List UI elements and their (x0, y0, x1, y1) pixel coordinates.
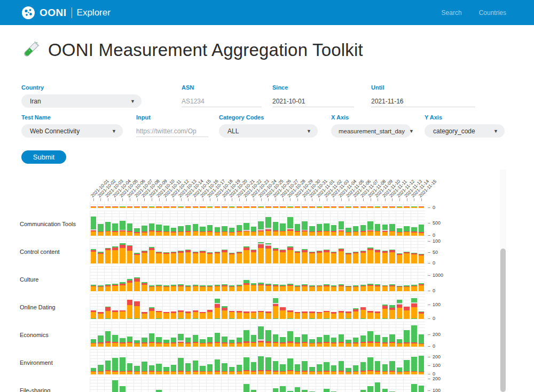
bar-segment[interactable] (382, 389, 388, 392)
bar-segment[interactable] (375, 231, 381, 232)
bar-segment[interactable] (91, 252, 97, 263)
bar-segment[interactable] (345, 368, 351, 371)
bar-segment[interactable] (345, 340, 351, 343)
bar-segment[interactable] (229, 228, 235, 232)
bar-segment[interactable] (112, 206, 118, 207)
bar-segment[interactable] (142, 312, 147, 313)
bar-segment[interactable] (127, 206, 133, 207)
bar-segment[interactable] (229, 253, 235, 254)
bar-segment[interactable] (163, 226, 169, 231)
bar-segment[interactable] (389, 343, 395, 347)
bar-segment[interactable] (302, 230, 308, 231)
bar-segment[interactable] (251, 250, 257, 251)
bar-segment[interactable] (222, 250, 227, 252)
bar-segment[interactable] (91, 285, 97, 286)
bar-segment[interactable] (397, 228, 403, 233)
bar-segment[interactable] (411, 298, 417, 302)
bar-segment[interactable] (112, 310, 118, 313)
bar-segment[interactable] (91, 206, 97, 207)
bar-segment[interactable] (295, 252, 301, 253)
bar-segment[interactable] (331, 287, 337, 291)
bar-segment[interactable] (112, 232, 118, 236)
bar-segment[interactable] (295, 313, 301, 319)
bar-segment[interactable] (229, 343, 235, 343)
bar-segment[interactable] (207, 285, 213, 286)
bar-segment[interactable] (193, 343, 199, 347)
bar-segment[interactable] (382, 251, 388, 252)
bar-segment[interactable] (244, 231, 249, 232)
bar-segment[interactable] (134, 366, 140, 371)
bar-segment[interactable] (367, 311, 373, 313)
bar-segment[interactable] (309, 311, 315, 313)
bar-segment[interactable] (251, 285, 257, 291)
bar-segment[interactable] (163, 254, 169, 263)
bar-segment[interactable] (331, 252, 337, 252)
bar-segment[interactable] (200, 286, 206, 287)
bar-segment[interactable] (178, 251, 184, 252)
bar-segment[interactable] (251, 343, 257, 347)
bar-segment[interactable] (134, 255, 140, 263)
bar-segment[interactable] (215, 227, 221, 231)
bar-segment[interactable] (156, 342, 162, 343)
bar-segment[interactable] (134, 282, 140, 291)
bar-segment[interactable] (382, 285, 388, 286)
bar-segment[interactable] (404, 360, 410, 371)
bar-segment[interactable] (324, 223, 329, 231)
bar-segment[interactable] (375, 250, 381, 252)
bar-segment[interactable] (120, 371, 125, 372)
bar-segment[interactable] (156, 286, 162, 286)
bar-segment[interactable] (98, 287, 104, 291)
bar-segment[interactable] (397, 372, 403, 372)
bar-segment[interactable] (367, 386, 373, 392)
bar-segment[interactable] (149, 223, 155, 230)
bar-segment[interactable] (273, 222, 279, 230)
bar-segment[interactable] (134, 278, 140, 282)
bar-segment[interactable] (105, 311, 111, 318)
bar-segment[interactable] (258, 311, 264, 313)
bar-segment[interactable] (302, 250, 308, 252)
bar-segment[interactable] (185, 225, 191, 231)
bar-segment[interactable] (105, 307, 111, 308)
bar-segment[interactable] (295, 286, 301, 287)
bar-segment[interactable] (339, 249, 344, 251)
bar-segment[interactable] (273, 306, 279, 318)
bar-segment[interactable] (156, 311, 162, 313)
bar-segment[interactable] (273, 298, 279, 303)
bar-segment[interactable] (367, 230, 373, 231)
bar-segment[interactable] (302, 206, 308, 207)
bar-segment[interactable] (345, 313, 351, 318)
bar-segment[interactable] (389, 250, 395, 251)
bar-segment[interactable] (134, 253, 140, 253)
bar-segment[interactable] (360, 251, 366, 252)
bar-segment[interactable] (302, 252, 308, 263)
bar-segment[interactable] (339, 371, 344, 372)
bar-segment[interactable] (98, 314, 104, 319)
bar-segment[interactable] (280, 250, 286, 251)
bar-segment[interactable] (112, 250, 118, 263)
bar-segment[interactable] (193, 342, 199, 343)
bar-segment[interactable] (353, 371, 359, 372)
bar-segment[interactable] (200, 312, 206, 313)
bar-segment[interactable] (375, 371, 381, 372)
bar-segment[interactable] (112, 285, 118, 286)
bar-segment[interactable] (134, 206, 140, 207)
bar-segment[interactable] (185, 338, 191, 342)
bar-segment[interactable] (367, 343, 373, 347)
bar-segment[interactable] (229, 285, 235, 286)
bar-segment[interactable] (382, 225, 388, 230)
bar-segment[interactable] (382, 286, 388, 286)
bar-segment[interactable] (105, 284, 111, 285)
bar-segment[interactable] (309, 232, 315, 236)
bar-segment[interactable] (91, 230, 97, 231)
bar-segment[interactable] (367, 285, 373, 286)
bar-segment[interactable] (156, 252, 162, 252)
bar-segment[interactable] (193, 312, 199, 318)
bar-segment[interactable] (419, 312, 425, 313)
bar-segment[interactable] (98, 231, 104, 232)
bar-segment[interactable] (375, 361, 381, 371)
bar-segment[interactable] (331, 371, 337, 372)
bar-segment[interactable] (375, 285, 381, 286)
bar-segment[interactable] (367, 247, 373, 249)
bar-segment[interactable] (411, 371, 417, 372)
bar-segment[interactable] (345, 228, 351, 232)
